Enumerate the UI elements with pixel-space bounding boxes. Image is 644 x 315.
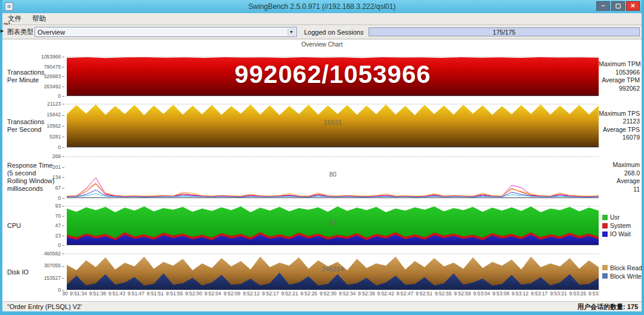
x-tick-label: 9:52:21 [281, 291, 298, 297]
chart-value-label: 67 [329, 219, 336, 226]
y-tick-label: 47 [55, 223, 64, 228]
menu-help[interactable]: 帮助 [27, 13, 51, 24]
y-tick-label: 21123 [47, 101, 64, 107]
legend-item: Block Read [602, 264, 640, 272]
y-tick-label: 70 [55, 213, 64, 219]
y-tick-label: 134 [52, 174, 64, 180]
stat-text: Average TPM [599, 76, 640, 85]
chart-plot: 245294 [67, 254, 599, 290]
toolbar: ◂▴▾ ▶ 图表类型 Overview ▼ Logged on Sessions… [2, 25, 642, 39]
stat-text: 992062 [599, 85, 640, 93]
stat-text: Maximum [599, 161, 640, 169]
x-tick-label: 9:53:25 [569, 291, 586, 297]
y-axis: 10539667904755269832634920 [2, 57, 64, 96]
y-tick-label: 15842 [47, 112, 64, 118]
y-tick-label: 790475 [44, 64, 64, 70]
x-tick-label: 9:52:30 [320, 291, 336, 297]
x-tick-label: 9:53:12 [512, 291, 528, 297]
app-icon: ≋ [5, 2, 13, 11]
legend-label: IO Wait [610, 230, 631, 238]
chart-transactions-per-minute: TransactionsPer Minute105396679047552698… [2, 57, 642, 96]
x-tick-label: 9:53:04 [473, 291, 490, 297]
chart-type-select[interactable]: Overview ▼ [35, 27, 297, 37]
x-tick-label: 9:51:55 [166, 291, 182, 297]
stat-text: 11 [599, 186, 640, 194]
legend-label: Usr [610, 213, 620, 221]
close-button[interactable]: ✕ [626, 1, 640, 11]
chart-plot: 16531 [67, 104, 599, 147]
stat-text: 1053966 [599, 69, 640, 77]
y-axis: 4605823070551535270 [2, 254, 64, 290]
x-tick-label: 9:52:12 [243, 291, 259, 297]
x-axis-labels: 309:51:349:51:389:51:439:51:479:51:519:5… [62, 291, 600, 297]
legend-swatch-icon [602, 265, 608, 270]
swingbench-window: ≋ SwingBench 2.5.0.971 (//192.168.3.222/… [0, 0, 644, 315]
title-bar[interactable]: ≋ SwingBench 2.5.0.971 (//192.168.3.222/… [2, 0, 642, 13]
benchmark-name: "Order Entry (PLSQL) V2' [7, 303, 82, 310]
legend-swatch-icon [602, 231, 608, 237]
x-tick-label: 9:52:00 [185, 291, 202, 297]
chart-value-label: 16531 [324, 119, 342, 126]
legend-label: System [610, 221, 631, 230]
x-tick-label: 9:53:17 [531, 291, 547, 297]
stat-text: Maximum TPM [599, 60, 640, 69]
x-tick-label: 9:51:38 [89, 291, 106, 297]
legend-label: Block Write [610, 272, 642, 280]
chart-plot: 80 [67, 156, 599, 198]
chart-value-label: 245294 [322, 265, 344, 273]
y-tick-label: 263492 [44, 84, 64, 89]
chart-side-panel: Maximum TPS21123Average TPS16079 [599, 110, 642, 142]
chart-side-panel: Block ReadBlock Write [599, 264, 642, 280]
x-tick-label: 9:53:08 [493, 291, 509, 297]
x-tick-label: 9:53: [589, 291, 600, 297]
x-tick-label: 9:52:59 [454, 291, 470, 297]
chevron-down-icon[interactable]: ▼ [287, 28, 296, 36]
stat-text: 21123 [599, 118, 640, 126]
series-red [67, 184, 599, 196]
y-tick-label: 307055 [44, 262, 64, 268]
legend-item: Usr [602, 213, 640, 221]
splitter-toggle-icon[interactable]: ◂▴▾ [4, 21, 11, 25]
legend-item: Block Write [602, 272, 640, 280]
y-tick-label: 67 [55, 185, 64, 191]
y-tick-label: 0 [58, 242, 64, 248]
chart-type-label: 图表类型 [7, 27, 33, 36]
y-tick-label: 0 [58, 287, 64, 293]
chart-cpu: CPU93704723067UsrSystemIO Wait [2, 206, 642, 245]
x-tick-label: 9:51:34 [70, 291, 86, 297]
y-axis: 268201134670 [2, 156, 64, 198]
x-tick-label: 9:51:47 [128, 291, 144, 297]
y-tick-label: 23 [55, 233, 64, 239]
x-tick-label: 9:53:21 [550, 291, 566, 297]
sessions-progressbar: 175/175 [369, 27, 640, 36]
legend-swatch-icon [602, 215, 608, 220]
x-tick-label: 9:52:17 [262, 291, 278, 297]
maximize-button[interactable]: ▢ [611, 1, 625, 11]
sessions-label: Logged on Sessions [304, 29, 364, 36]
panel-title: Overview Chart [2, 41, 642, 49]
minimize-button[interactable]: – [596, 1, 610, 11]
user-session-count: 用户会话的数量: 175 [577, 302, 638, 311]
stat-text: 268.0 [599, 169, 640, 178]
x-tick-label: 9:52:55 [435, 291, 451, 297]
y-tick-label: 526983 [44, 73, 64, 79]
chart-side-panel: Maximum268.0Average11 [599, 161, 642, 193]
chart-response-time: Response Time(5 secondRolling Window)mil… [2, 156, 642, 198]
chart-disk-io: Disk IO4605823070551535270245294Block Re… [2, 254, 642, 290]
chart-type-value: Overview [38, 29, 65, 36]
x-tick-label: 9:51:51 [147, 291, 163, 297]
legend-label: Block Read [610, 264, 642, 272]
stat-text: Average [599, 177, 640, 186]
y-tick-label: 153527 [44, 275, 64, 281]
y-axis: 21123158421056252810 [2, 104, 64, 147]
stat-text: 16079 [599, 134, 640, 142]
menu-bar: 文件 帮助 [2, 13, 642, 25]
y-tick-label: 460582 [44, 251, 64, 257]
window-title: SwingBench 2.5.0.971 (//192.168.3.222/qs… [2, 2, 642, 11]
y-tick-label: 93 [55, 203, 64, 209]
chart-transactions-per-second: TransactionsPer Second211231584210562528… [2, 104, 642, 147]
splitter-arrow-icon[interactable]: ▶ [1, 29, 4, 33]
y-tick-label: 0 [58, 144, 64, 150]
y-tick-label: 5281 [49, 134, 64, 140]
x-tick-label: 9:52:51 [416, 291, 432, 297]
